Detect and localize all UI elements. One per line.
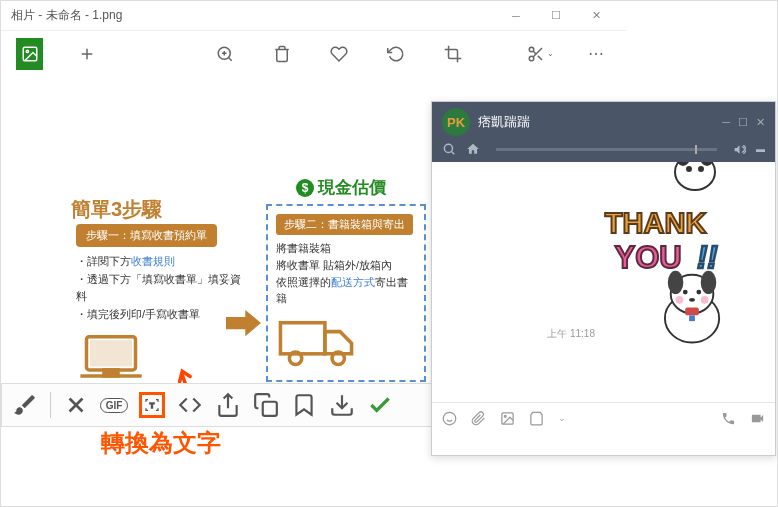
svg-point-8 (529, 47, 534, 52)
image-icon (21, 45, 39, 63)
bookmark-icon (291, 392, 317, 418)
chat-maximize-button[interactable]: ☐ (738, 116, 748, 129)
share-button[interactable] (215, 392, 241, 418)
svg-point-42 (689, 298, 695, 302)
svg-point-47 (443, 412, 456, 425)
titlebar: 相片 - 未命名 - 1.png ─ ☐ ✕ (1, 1, 626, 31)
dollar-icon: $ (296, 179, 314, 197)
brush-tool[interactable] (12, 392, 38, 418)
collapse-icon[interactable]: ▬ (756, 144, 765, 154)
step-2-pill: 步驟二：書籍裝箱與寄出 (276, 214, 413, 235)
svg-point-41 (696, 290, 701, 295)
close-icon (63, 392, 89, 418)
favorite-button[interactable] (325, 38, 352, 70)
svg-point-26 (444, 144, 452, 152)
svg-line-5 (228, 57, 231, 60)
svg-point-30 (699, 167, 703, 171)
chat-minimize-button[interactable]: ─ (722, 116, 730, 129)
text-scan-icon: T (144, 397, 160, 413)
gif-icon: GIF (100, 398, 129, 413)
capture-icon[interactable] (529, 411, 544, 426)
svg-point-29 (687, 167, 691, 171)
brush-icon (12, 392, 38, 418)
step-1-pill: 步驟一：填寫收書預約單 (76, 224, 217, 247)
call-icon[interactable] (721, 411, 736, 426)
speaker-icon[interactable] (733, 143, 746, 156)
chat-footer: ⌄ (432, 402, 775, 457)
edit-menu[interactable]: ⌄ (527, 38, 554, 70)
maximize-button[interactable]: ☐ (536, 1, 576, 31)
svg-point-38 (668, 271, 684, 294)
svg-line-27 (452, 152, 455, 155)
home-icon[interactable] (466, 142, 480, 156)
svg-line-11 (538, 55, 542, 59)
svg-rect-16 (104, 370, 118, 376)
add-button[interactable] (73, 38, 100, 70)
svg-text:!!: !! (697, 240, 718, 275)
cut-icon (527, 45, 545, 63)
copy-icon (253, 392, 279, 418)
resize-button[interactable] (177, 392, 203, 418)
truck-icon (276, 313, 356, 368)
rotate-icon (387, 45, 405, 63)
pin-button[interactable] (291, 392, 317, 418)
crop-icon (444, 45, 462, 63)
copy-button[interactable] (253, 392, 279, 418)
svg-point-28 (675, 162, 715, 190)
cash-badge: $ 現金估價 (296, 176, 386, 199)
step-1-box: 步驟一：填寫收書預約單 ・詳閱下方收書規則 ・透過下方「填寫收書單」填妥資料 ・… (76, 224, 246, 390)
search-icon[interactable] (442, 142, 456, 156)
chat-messages[interactable]: THANK YOU !! (432, 162, 775, 402)
download-button[interactable] (329, 392, 355, 418)
ocr-text-button[interactable]: T (139, 392, 165, 418)
contact-name: 痞凱踹踹 (478, 113, 530, 131)
image-icon[interactable] (500, 411, 515, 426)
svg-point-51 (504, 415, 506, 417)
delete-button[interactable] (268, 38, 295, 70)
emoji-icon[interactable] (442, 411, 457, 426)
gif-button[interactable]: GIF (101, 392, 127, 418)
chat-close-button[interactable]: ✕ (756, 116, 765, 129)
confirm-button[interactable] (367, 392, 393, 418)
svg-text:T: T (150, 401, 155, 410)
svg-line-12 (533, 51, 536, 54)
thank-you-sticker: THANK YOU !! (600, 202, 755, 347)
image-tab[interactable] (16, 38, 43, 70)
resize-icon (177, 392, 203, 418)
rotate-button[interactable] (382, 38, 409, 70)
trash-icon (273, 45, 291, 63)
message-timestamp: 上午 11:18 (547, 327, 595, 341)
volume-slider[interactable] (496, 148, 717, 151)
avatar[interactable]: PK (442, 108, 470, 136)
annotation-convert-label: 轉換為文字 (101, 427, 221, 459)
svg-text:YOU: YOU (615, 240, 682, 275)
cancel-button[interactable] (63, 392, 89, 418)
more-button[interactable]: ⋯ (584, 38, 611, 70)
minimize-button[interactable]: ─ (496, 1, 536, 31)
close-button[interactable]: ✕ (576, 1, 616, 31)
attach-icon[interactable] (471, 411, 486, 426)
crop-button[interactable] (440, 38, 467, 70)
video-icon[interactable] (750, 411, 765, 426)
svg-point-40 (683, 290, 688, 295)
chat-header: PK 痞凱踹踹 ─ ☐ ✕ ▬ (432, 102, 775, 162)
step-2-box-selected[interactable]: 步驟二：書籍裝箱與寄出 將書籍裝箱 將收書單 貼箱外/放箱內 依照選擇的配送方式… (266, 204, 426, 382)
svg-point-9 (529, 56, 534, 61)
svg-point-43 (676, 296, 684, 304)
cash-label: 現金估價 (318, 176, 386, 199)
main-toolbar: ⌄ ⋯ (1, 31, 626, 76)
heart-icon (330, 45, 348, 63)
step-2-list: 將書籍裝箱 將收書單 貼箱外/放箱內 依照選擇的配送方式寄出書籍 (276, 240, 416, 307)
download-icon (329, 392, 355, 418)
svg-rect-24 (263, 402, 277, 416)
check-icon (367, 392, 393, 418)
svg-point-39 (701, 271, 717, 294)
window-title: 相片 - 未命名 - 1.png (11, 7, 122, 24)
laptop-icon (76, 331, 146, 386)
zoom-button[interactable] (211, 38, 238, 70)
step-1-list: ・詳閱下方收書規則 ・透過下方「填寫收書單」填妥資料 ・填完後列印/手寫收書單 (76, 253, 246, 323)
chevron-down-icon[interactable]: ⌄ (558, 413, 566, 423)
capture-action-bar: GIF T (1, 383, 441, 427)
svg-rect-17 (280, 323, 324, 354)
chevron-down-icon: ⌄ (547, 49, 554, 58)
